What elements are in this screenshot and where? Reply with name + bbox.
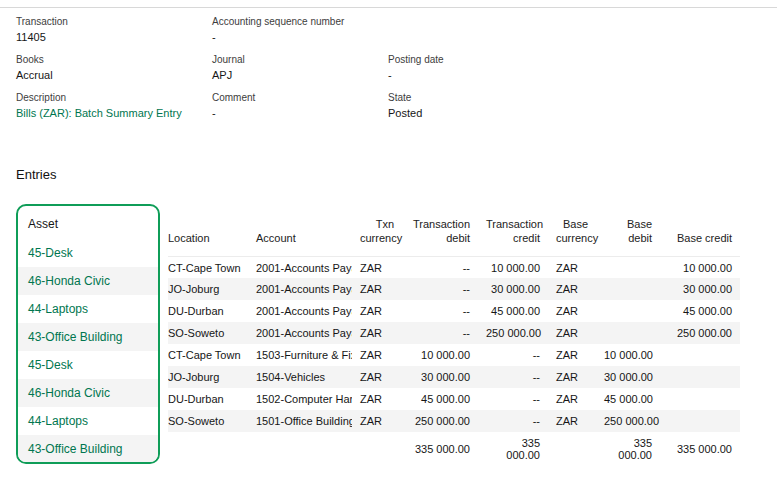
column-header-transaction-debit: Transaction debit bbox=[402, 204, 478, 256]
entries-table-row: SO-Soweto1501-Office BuildingZAR250 000.… bbox=[168, 410, 740, 432]
field-description: Description Bills (ZAR): Batch Summary E… bbox=[16, 92, 212, 121]
asset-link[interactable]: 46-Honda Civic bbox=[28, 274, 110, 288]
txn-credit-cell: 30 000.00 bbox=[478, 278, 548, 300]
txn-credit-cell: -- bbox=[478, 410, 548, 432]
totals-base-credit: 335 000.00 bbox=[660, 432, 740, 463]
txn-currency-cell: ZAR bbox=[352, 344, 402, 366]
base-credit-cell: 10 000.00 bbox=[660, 256, 740, 278]
base-debit-cell bbox=[596, 256, 660, 278]
txn-debit-cell: -- bbox=[402, 278, 478, 300]
asset-link[interactable]: 43-Office Building bbox=[28, 330, 123, 344]
entries-table-row: JO-Joburg1504-VehiclesZAR30 000.00--ZAR3… bbox=[168, 366, 740, 388]
entries-table-row: DU-Durban2001-Accounts PayableZAR--45 00… bbox=[168, 300, 740, 322]
field-label: Posting date bbox=[388, 54, 740, 66]
txn-credit-cell: 250 000.00 bbox=[478, 322, 548, 344]
location-cell: DU-Durban bbox=[168, 388, 248, 410]
txn-currency-cell: ZAR bbox=[352, 322, 402, 344]
asset-link[interactable]: 46-Honda Civic bbox=[28, 386, 110, 400]
asset-item: 46-Honda Civic bbox=[18, 267, 158, 295]
totals-base-debit: 335 000.00 bbox=[596, 432, 660, 463]
base-credit-cell: 30 000.00 bbox=[660, 278, 740, 300]
location-cell: CT-Cape Town bbox=[168, 256, 248, 278]
base-currency-cell: ZAR bbox=[548, 388, 596, 410]
asset-link[interactable]: 44-Laptops bbox=[28, 414, 88, 428]
base-currency-cell: ZAR bbox=[548, 366, 596, 388]
asset-item: 45-Desk bbox=[18, 351, 158, 379]
state-value: Posted bbox=[388, 107, 740, 121]
base-credit-cell bbox=[660, 344, 740, 366]
txn-currency-cell: ZAR bbox=[352, 366, 402, 388]
field-journal: Journal APJ bbox=[212, 54, 388, 83]
field-posting-date: Posting date - bbox=[388, 54, 740, 83]
field-transaction: Transaction 11405 bbox=[16, 16, 212, 45]
txn-debit-cell: -- bbox=[402, 300, 478, 322]
base-credit-cell: 45 000.00 bbox=[660, 300, 740, 322]
entries-table-row: CT-Cape Town2001-Accounts PayableZAR--10… bbox=[168, 256, 740, 278]
account-cell: 2001-Accounts Payable bbox=[248, 256, 352, 278]
base-credit-cell bbox=[660, 388, 740, 410]
asset-link[interactable]: 43-Office Building bbox=[28, 442, 123, 456]
field-label: Comment bbox=[212, 92, 388, 104]
base-debit-cell bbox=[596, 300, 660, 322]
totals-txn-currency-cell bbox=[352, 432, 402, 463]
location-cell: SO-Soweto bbox=[168, 322, 248, 344]
column-header-transaction-credit: Transaction credit bbox=[478, 204, 548, 256]
base-debit-cell: 250 000.00 bbox=[596, 410, 660, 432]
entries-table-row: SO-Soweto2001-Accounts PayableZAR--250 0… bbox=[168, 322, 740, 344]
asset-link[interactable]: 44-Laptops bbox=[28, 302, 88, 316]
transaction-header: Transaction 11405 Accounting sequence nu… bbox=[16, 16, 740, 129]
txn-currency-cell: ZAR bbox=[352, 410, 402, 432]
asset-link[interactable]: 45-Desk bbox=[28, 358, 73, 372]
field-label: Description bbox=[16, 92, 212, 104]
asset-link[interactable]: 45-Desk bbox=[28, 246, 73, 260]
location-cell: SO-Soweto bbox=[168, 410, 248, 432]
base-credit-cell bbox=[660, 366, 740, 388]
posting-date-value: - bbox=[388, 69, 740, 83]
txn-debit-cell: -- bbox=[402, 322, 478, 344]
accounting-sequence-number-value: - bbox=[212, 31, 388, 45]
txn-credit-cell: -- bbox=[478, 388, 548, 410]
location-cell: CT-Cape Town bbox=[168, 344, 248, 366]
base-credit-cell: 250 000.00 bbox=[660, 322, 740, 344]
field-label: Journal bbox=[212, 54, 388, 66]
account-cell: 1503-Furniture & Fixtures bbox=[248, 344, 352, 366]
entries-table-row: DU-Durban1502-Computer HardwareZAR45 000… bbox=[168, 388, 740, 410]
asset-panel-list: 45-Desk46-Honda Civic44-Laptops43-Office… bbox=[18, 239, 158, 463]
account-cell: 1504-Vehicles bbox=[248, 366, 352, 388]
location-cell: DU-Durban bbox=[168, 300, 248, 322]
entries-table: Location Account Txn currency Transactio… bbox=[168, 204, 740, 463]
field-state: State Posted bbox=[388, 92, 740, 121]
asset-item: 46-Honda Civic bbox=[18, 379, 158, 407]
asset-item: 44-Laptops bbox=[18, 295, 158, 323]
column-header-base-currency: Base currency bbox=[548, 204, 596, 256]
entries-table-row: CT-Cape Town1503-Furniture & FixturesZAR… bbox=[168, 344, 740, 366]
txn-credit-cell: -- bbox=[478, 366, 548, 388]
column-header-account: Account bbox=[248, 204, 352, 256]
txn-credit-cell: 45 000.00 bbox=[478, 300, 548, 322]
base-debit-cell: 30 000.00 bbox=[596, 366, 660, 388]
column-header-location: Location bbox=[168, 204, 248, 256]
entries-table-body: CT-Cape Town2001-Accounts PayableZAR--10… bbox=[168, 256, 740, 432]
base-currency-cell: ZAR bbox=[548, 256, 596, 278]
account-cell: 1501-Office Building bbox=[248, 410, 352, 432]
field-books: Books Accrual bbox=[16, 54, 212, 83]
entries-totals-row: 335 000.00 335 000.00 335 000.00 335 000… bbox=[168, 432, 740, 463]
journal-value: APJ bbox=[212, 69, 388, 83]
field-label: State bbox=[388, 92, 740, 104]
txn-debit-cell: 10 000.00 bbox=[402, 344, 478, 366]
txn-debit-cell: 45 000.00 bbox=[402, 388, 478, 410]
column-header-asset: Asset bbox=[18, 206, 158, 239]
entries-header-row: Location Account Txn currency Transactio… bbox=[168, 204, 740, 256]
description-link[interactable]: Bills (ZAR): Batch Summary Entry bbox=[16, 107, 212, 121]
txn-debit-cell: 30 000.00 bbox=[402, 366, 478, 388]
base-currency-cell: ZAR bbox=[548, 322, 596, 344]
asset-item: 44-Laptops bbox=[18, 407, 158, 435]
txn-debit-cell: 250 000.00 bbox=[402, 410, 478, 432]
field-label: Accounting sequence number bbox=[212, 16, 388, 28]
location-cell: JO-Joburg bbox=[168, 366, 248, 388]
transaction-detail-page: Transaction 11405 Accounting sequence nu… bbox=[0, 8, 740, 463]
totals-location-cell bbox=[168, 432, 248, 463]
base-currency-cell: ZAR bbox=[548, 344, 596, 366]
column-header-txn-currency: Txn currency bbox=[352, 204, 402, 256]
field-label: Transaction bbox=[16, 16, 212, 28]
